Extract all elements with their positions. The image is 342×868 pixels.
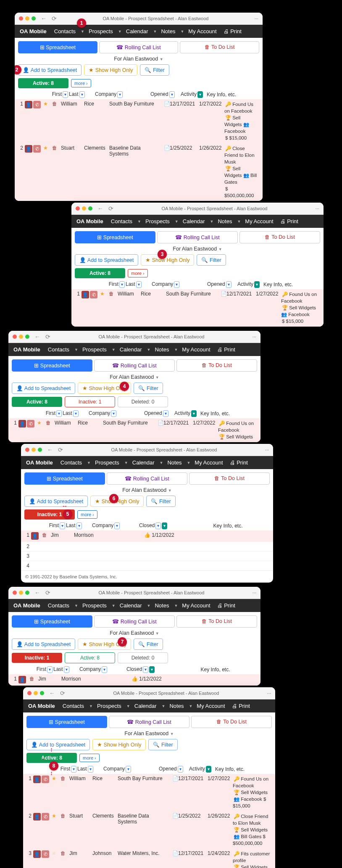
for-user[interactable]: For Alan Eastwood ▼ (15, 53, 263, 64)
frame-4: 5 ↔ 6 ←⟳OA Mobile - Prospect Spreadsheet… (21, 444, 273, 583)
marker-1: 1 (77, 18, 86, 28)
tab-todo[interactable]: 🗑 To Do List (180, 41, 259, 53)
more-button[interactable]: more › (77, 510, 97, 519)
more-button[interactable]: more › (71, 79, 91, 87)
status-deleted[interactable]: Deleted: 0 (118, 396, 168, 407)
menu-notes[interactable]: Notes (161, 28, 175, 34)
filter-button[interactable]: 🔍 Filter (140, 64, 169, 76)
trash-icon[interactable]: 🗑 (61, 813, 66, 819)
status-active[interactable]: Active: 8 (65, 652, 115, 663)
more-button[interactable]: more › (128, 269, 148, 277)
marker-3: 3 (158, 250, 167, 259)
trash-icon[interactable]: 🗑 (52, 145, 57, 151)
menu-contacts[interactable]: Contacts (54, 28, 76, 34)
print-button[interactable]: 🖨 Print (224, 28, 242, 34)
frame-2: 3 ←⟳OA Mobile - Prospect Spreadsheet - A… (71, 203, 324, 327)
phone-icon[interactable]: ✆ (42, 850, 49, 858)
nav-bar: OA MobileContacts▼Prospects▼Calendar▼Not… (15, 25, 263, 38)
copyright: © 1991-2022 by Baseline Data Systems, In… (21, 571, 273, 583)
frame-3: 4 ←⟳OA Mobile - Prospect Spreadsheet - A… (8, 331, 260, 442)
trash-icon[interactable]: 🗑 (42, 532, 47, 538)
frame-5: 7 ←⟳OA Mobile - Prospect Spreadsheet - A… (8, 587, 260, 686)
frame-1: 1 2 ←⟳OA Mobile - Prospect Spreadsheet -… (15, 13, 263, 201)
table-row[interactable]: 1👤🗑JimMorrison👍 1/12/2022 (21, 530, 273, 542)
table-row[interactable]: 2 👤 ✆ ★ 🗑 Stuart Clements Baseline Data … (15, 143, 263, 201)
status-inactive[interactable]: Inactive: 1 (12, 653, 62, 663)
back-icon[interactable]: ← (41, 15, 47, 22)
table-row[interactable]: 2 👤 ✆ ★ 🗑 Stuart Clements Baseline Data … (23, 811, 275, 849)
table-row[interactable]: 1👤🗑JimMorrison👍 1/12/2022 (8, 674, 260, 686)
more-button[interactable]: more › (79, 754, 100, 762)
phone-icon[interactable]: ✆ (90, 291, 97, 298)
trash-icon[interactable]: 🗑 (46, 420, 51, 426)
marker-7: 7 (118, 637, 127, 646)
menu-calendar[interactable]: Calendar (126, 28, 148, 34)
person-icon[interactable]: 👤 (18, 420, 26, 427)
menu-account[interactable]: My Account (188, 28, 216, 34)
tab-rolling[interactable]: ☎ Rolling Call List (99, 41, 179, 53)
status-active[interactable]: Active: 8 (18, 78, 68, 88)
trash-icon[interactable]: 🗑 (61, 776, 66, 781)
phone-icon[interactable]: ✆ (42, 776, 49, 783)
status-active[interactable]: Active: 8 (75, 268, 125, 278)
logo: OA Mobile (20, 28, 47, 34)
status-active[interactable]: Active: 8 (12, 397, 62, 407)
table-row[interactable]: 1 👤 ✆ ★ 🗑 William Rice South Bay Furnitu… (23, 774, 275, 811)
phone-icon[interactable]: ✆ (33, 101, 41, 108)
phone-icon[interactable]: ✆ (33, 145, 41, 153)
table-row[interactable]: 1 👤 ✆ ★ 🗑 William Rice South Bay Furnitu… (15, 99, 263, 143)
tab-spreadsheet[interactable]: ⊞ Spreadsheet (18, 41, 97, 53)
table-row[interactable]: 3 👤 ✆ ★ 🗑 Jim Johnson Water Misters, Inc… (23, 849, 275, 868)
marker-4: 4 (120, 382, 129, 391)
reload-icon[interactable]: ⟳ (52, 15, 57, 22)
menu-prospects[interactable]: Prospects (89, 28, 113, 34)
more-icon[interactable]: ··· (255, 16, 258, 21)
frame-6: 8 ↕ ↔ ↕ ←⟳OA Mobile - Prospect Spreadshe… (23, 687, 275, 868)
marker-6: 6 (109, 494, 118, 503)
marker-5: 5 (63, 509, 72, 519)
trash-icon[interactable]: 🗑 (109, 291, 114, 297)
person-icon[interactable]: 👤 (82, 291, 89, 298)
table-row[interactable]: 1 👤 ✆ ★ 🗑 William Rice South Bay Furnitu… (71, 289, 324, 327)
window-title: OA Mobile - Prospect Spreadsheet - Alan … (59, 16, 252, 21)
person-icon[interactable]: 👤 (33, 776, 41, 783)
phone-icon[interactable]: ✆ (27, 420, 34, 427)
show-high-button[interactable]: ★ Show High Only (84, 64, 137, 76)
person-icon[interactable]: 👤 (33, 850, 41, 858)
person-icon[interactable]: 👤 (33, 813, 41, 821)
table-row[interactable]: 1 👤 ✆ ★ 🗑 William Rice South Bay Furnitu… (8, 418, 260, 442)
phone-icon[interactable]: ✆ (42, 813, 49, 821)
person-icon[interactable]: 👤 (31, 532, 39, 540)
add-button[interactable]: 👤 Add to Spreadsheet (18, 64, 82, 76)
person-icon[interactable]: 👤 (25, 101, 32, 108)
status-deleted[interactable]: Deleted: 0 (118, 652, 168, 663)
titlebar: ←⟳OA Mobile - Prospect Spreadsheet - Ala… (15, 13, 263, 25)
status-inactive[interactable]: Inactive: 1 (65, 396, 115, 407)
trash-icon[interactable]: 🗑 (61, 850, 66, 856)
marker-8: 8 (49, 761, 58, 770)
trash-icon[interactable]: 🗑 (52, 101, 57, 107)
person-icon[interactable]: 👤 (25, 145, 32, 153)
